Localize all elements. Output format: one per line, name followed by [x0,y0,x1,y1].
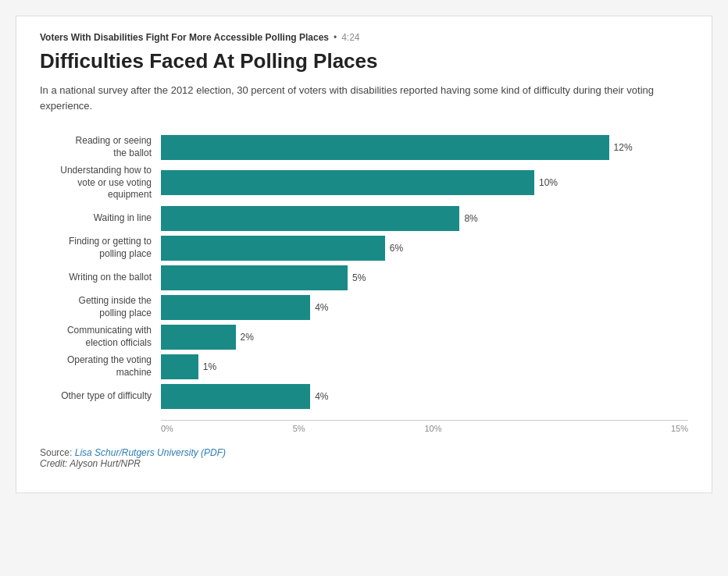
bar [161,170,534,195]
bar-value: 1% [203,361,216,372]
bar-label: Reading or seeingthe ballot [40,135,161,159]
article-title: Voters With Disabilities Fight For More … [40,32,329,43]
header-meta: Voters With Disabilities Fight For More … [40,32,688,43]
bar-value: 8% [464,213,477,224]
bar-value: 10% [539,177,558,188]
bar [161,135,609,160]
bar-label: Operating the votingmachine [40,354,161,379]
chart-area: Reading or seeingthe ballot12%Understand… [40,135,688,414]
bar-row: Finding or getting topolling place6% [40,236,688,261]
bar-container: 8% [161,206,688,231]
x-tick: 10% [425,424,557,433]
bar-row: Waiting in line8% [40,206,688,231]
x-tick: 0% [161,424,293,433]
x-tick: 5% [293,424,425,433]
source-link[interactable]: Lisa Schur/Rutgers University (PDF) [75,447,226,458]
bar-value: 4% [315,302,328,313]
bar-row: Understanding how tovote or use votingeq… [40,165,688,201]
bar-container: 1% [161,354,688,379]
bar-container: 12% [161,135,688,160]
bar-label: Other type of difficulty [40,390,161,403]
bar-label: Waiting in line [40,212,161,225]
bar-row: Reading or seeingthe ballot12% [40,135,688,160]
bar-label: Understanding how tovote or use votingeq… [40,165,161,201]
bar-row: Writing on the ballot5% [40,265,688,290]
bar-row: Operating the votingmachine1% [40,354,688,379]
bar [161,354,198,379]
bar-value: 4% [315,391,328,402]
source-line: Source: Lisa Schur/Rutgers University (P… [40,447,688,458]
bar-row: Other type of difficulty4% [40,384,688,409]
bar-value: 6% [390,243,403,254]
bar-container: 10% [161,170,688,195]
bar-value: 5% [352,272,366,283]
bar-container: 2% [161,325,688,350]
bar [161,325,236,350]
chart-title: Difficulties Faced At Polling Places [40,49,688,73]
bar [161,265,348,290]
x-axis: 0%5%10%15% [161,420,688,433]
chart-description: In a national survey after the 2012 elec… [40,83,688,113]
bar-label: Getting inside thepolling place [40,295,161,319]
credit-line: Credit: Alyson Hurt/NPR [40,458,688,469]
source-label: Source: [40,447,72,458]
bar-container: 4% [161,295,688,320]
bar-value: 2% [241,332,254,343]
bar-label: Communicating withelection officials [40,325,161,349]
duration: 4:24 [341,32,359,43]
bar-label: Finding or getting topolling place [40,236,161,260]
separator: • [334,32,337,43]
bar-row: Getting inside thepolling place4% [40,295,688,320]
bar-container: 6% [161,236,688,261]
bar-row: Communicating withelection officials2% [40,325,688,350]
bar [161,295,310,320]
bar-container: 5% [161,265,688,290]
main-container: Voters With Disabilities Fight For More … [16,16,712,493]
bar-label: Writing on the ballot [40,272,161,284]
bar [161,206,459,231]
x-tick: 15% [556,424,688,433]
bar-value: 12% [614,142,633,153]
footer: Source: Lisa Schur/Rutgers University (P… [40,447,688,469]
bar [161,236,385,261]
bar-container: 4% [161,384,688,409]
bar [161,384,310,409]
